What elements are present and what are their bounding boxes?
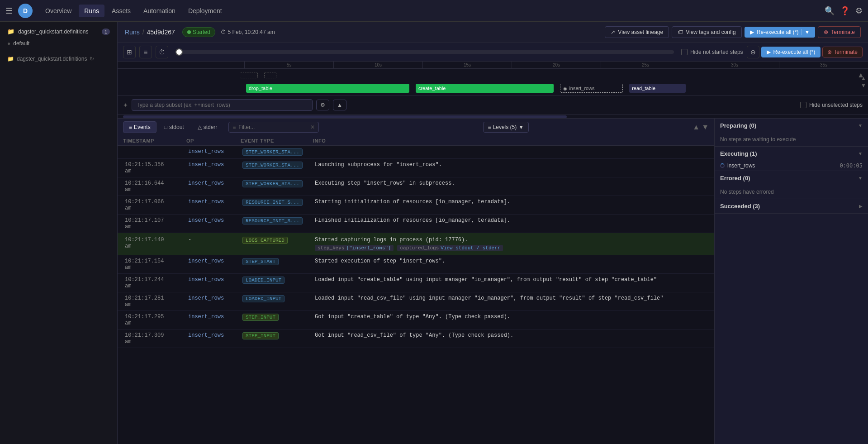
sidebar: 📁 dagster_quickstart.definitions 1 ● def… (0, 22, 118, 444)
nav-deployment[interactable]: Deployment (183, 5, 228, 17)
terminate-button[interactable]: ⊗ Terminate (818, 26, 861, 38)
timeline-view-btn-1[interactable]: ⊞ (123, 46, 136, 58)
log-timestamp-0 (123, 148, 186, 149)
folder-icon-2: 📁 (7, 56, 14, 62)
log-info-10: Got input "read_csv_file" of type "Any".… (313, 331, 709, 339)
refresh-icon[interactable]: ↻ (90, 56, 94, 62)
bar-insert-rows[interactable]: ◉insert_rows (560, 84, 623, 93)
nav-overview[interactable]: Overview (40, 5, 77, 17)
reexecute-all-btn-2[interactable]: ▶ Re-execute all (*) (761, 47, 821, 57)
ruler-tick-7: 35s (779, 62, 868, 68)
log-scroll-down[interactable]: ▼ (702, 123, 709, 131)
log-event-type-4: RESOURCE_INIT_S... (241, 216, 313, 225)
col-info: INFO (313, 138, 709, 143)
log-row-2: 10:21:16.644am insert_rows STEP_WORKER_S… (118, 177, 714, 196)
log-timestamp-1: 10:21:15.356am (123, 161, 186, 175)
event-badge-9: STEP_INPUT (242, 314, 279, 321)
status-dot-icon (187, 30, 191, 34)
top-nav: ☰ D Overview Runs Assets Automation Depl… (0, 0, 868, 22)
panel-succeeded-header[interactable]: Succeeded (3) ▶ (715, 199, 868, 213)
filter-settings-btn[interactable]: ⚙ (316, 100, 329, 110)
collapse-btn[interactable]: ▲ (333, 100, 346, 110)
view-tags-config-button[interactable]: 🏷 View tags and config (672, 26, 742, 38)
log-timestamp-2: 10:21:16.644am (123, 179, 186, 194)
view-asset-lineage-button[interactable]: ↗ View asset lineage (605, 26, 669, 38)
log-op-0: insert_rows (186, 148, 241, 156)
log-timestamp-8: 10:21:17.281am (123, 294, 186, 309)
panel-executing-header[interactable]: Executing (1) ▼ (715, 147, 868, 161)
log-event-type-6: STEP_START (241, 257, 313, 266)
clear-filter-icon[interactable]: ✕ (310, 124, 315, 130)
view-stdout-link[interactable]: View stdout / stderr (441, 245, 500, 251)
timeline-progress-bar[interactable] (175, 50, 674, 54)
captured-logs-label: captured_logs (400, 245, 439, 251)
timeline-scrollbar-area[interactable] (118, 115, 868, 118)
tab-stdout[interactable]: □ stdout (158, 121, 190, 133)
stderr-icon: △ (198, 124, 202, 130)
log-timestamp-7: 10:21:17.244am (123, 276, 186, 290)
timeline-viz[interactable]: 5s 10s 15s 20s 25s 30s 35s (118, 62, 868, 118)
filter-icon: ✦ (123, 102, 128, 109)
step-subset-input[interactable] (137, 102, 308, 108)
nav-assets[interactable]: Assets (106, 5, 136, 17)
log-row-7: 10:21:17.244am insert_rows LOADED_INPUT … (118, 274, 714, 292)
dot-icon: ● (7, 40, 10, 47)
run-time-badge: ⏱ 5 Feb, 10:20:47 am (221, 29, 275, 35)
timeline-scrollbar-thumb[interactable] (123, 115, 567, 118)
timeline-view-btn-2[interactable]: ≡ (139, 46, 152, 58)
ruler-tick-1: 5s (244, 62, 333, 68)
nav-automation[interactable]: Automation (138, 5, 181, 17)
panel-preparing: Preparing (0) ▼ No steps are waiting to … (715, 119, 868, 147)
hide-not-started-checkbox[interactable] (681, 49, 688, 55)
log-scroll-up[interactable]: ▲ (693, 123, 700, 131)
succeeded-title: Succeeded (3) (720, 203, 760, 210)
log-timestamp-9: 10:21:17.295am (123, 313, 186, 327)
zoom-down-btn[interactable]: ⊖ (747, 46, 759, 58)
hide-not-started-label[interactable]: Hide not started steps (681, 49, 743, 55)
log-row-9: 10:21:17.295am insert_rows STEP_INPUT Go… (118, 311, 714, 329)
scroll-down-arrow[interactable]: ▼ (861, 82, 866, 89)
search-icon[interactable]: 🔍 (825, 6, 835, 16)
mini-bar-1[interactable] (240, 72, 258, 78)
run-status-badge: Started (182, 27, 215, 37)
step-keys-label: step_keys (318, 245, 344, 251)
reexecute-button[interactable]: ▶ Re-execute all (*) ▼ (745, 27, 816, 38)
help-icon[interactable]: ❓ (840, 6, 850, 16)
executing-chevron-icon: ▼ (858, 151, 863, 156)
scroll-up-arrow[interactable]: ▲ (861, 75, 866, 81)
timeline-thumb[interactable] (175, 48, 183, 56)
panel-errored-header[interactable]: Errored (0) ▼ (715, 171, 868, 185)
nav-runs[interactable]: Runs (79, 5, 104, 17)
terminate-btn-2[interactable]: ⊗ Terminate (822, 47, 863, 57)
col-event-type: EVENT TYPE (241, 138, 313, 143)
log-info-2: Executing step "insert_rows" in subproce… (313, 179, 709, 187)
hide-unselected-checkbox[interactable] (800, 102, 806, 108)
executing-item-1: insert_rows 0:00:05 (715, 161, 868, 171)
hamburger-icon[interactable]: ☰ (5, 6, 13, 16)
log-row-10: 10:21:17.309am insert_rows STEP_INPUT Go… (118, 329, 714, 348)
log-filter-input[interactable] (238, 124, 308, 130)
bar-read-table[interactable]: read_table (629, 84, 686, 93)
tab-events[interactable]: ≡ Events (123, 121, 157, 133)
settings-icon[interactable]: ⚙ (855, 6, 863, 16)
tab-stderr[interactable]: △ stderr (192, 121, 223, 133)
breadcrumb-runs-link[interactable]: Runs (125, 29, 140, 36)
bar-drop-table[interactable]: drop_table (246, 84, 409, 93)
events-icon: ≡ (129, 124, 132, 130)
levels-button[interactable]: ≡ Levels (5) ▼ (483, 122, 529, 133)
lineage-icon: ↗ (611, 29, 615, 35)
hide-unselected-label[interactable]: Hide unselected steps (800, 102, 863, 108)
sidebar-item-definitions[interactable]: 📁 dagster_quickstart.definitions 1 (0, 25, 117, 38)
folder-icon: 📁 (7, 28, 14, 35)
breadcrumb-separator: / (142, 29, 144, 36)
panel-preparing-header[interactable]: Preparing (0) ▼ (715, 119, 868, 133)
timeline-view-btn-3[interactable]: ⏱ (156, 46, 168, 58)
mini-bar-2[interactable] (264, 72, 276, 78)
bar-create-table[interactable]: create_table (416, 84, 554, 93)
stdout-icon: □ (164, 124, 167, 130)
log-event-type-8: LOADED_INPUT (241, 294, 313, 303)
sidebar-default-label[interactable]: default (13, 40, 29, 47)
timeline-rows: ▲ drop_table create_table ◉insert_rows r (118, 69, 868, 95)
filter-icon-2: ≡ (232, 124, 236, 130)
log-timestamp-6: 10:21:17.154am (123, 257, 186, 272)
